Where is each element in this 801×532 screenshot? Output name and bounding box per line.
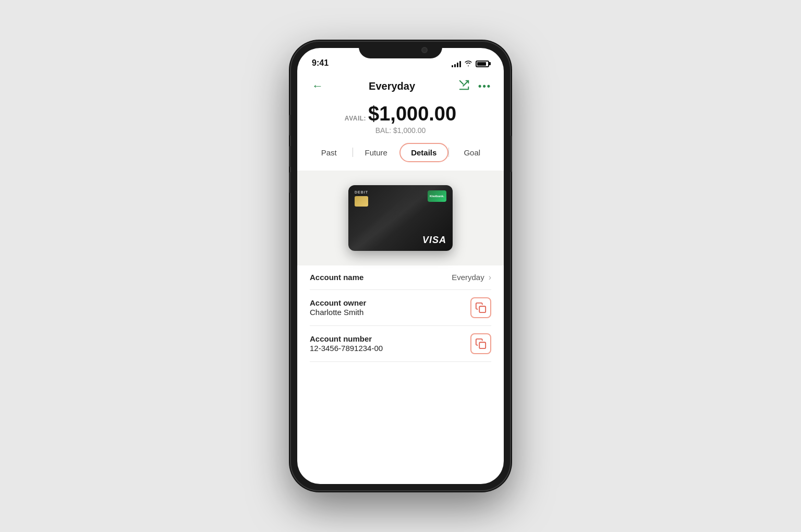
more-options-icon[interactable]: ••• bbox=[478, 81, 491, 92]
detail-left-account-name: Account name bbox=[310, 273, 363, 282]
svg-rect-2 bbox=[479, 306, 486, 312]
phone-wrapper: 9:41 ← bbox=[291, 42, 510, 490]
notch-camera bbox=[421, 47, 428, 53]
tab-details[interactable]: Details bbox=[399, 143, 448, 162]
page-title: Everyday bbox=[369, 80, 415, 92]
tab-past[interactable]: Past bbox=[306, 144, 353, 161]
detail-row-account-name: Account name Everyday › bbox=[310, 265, 491, 290]
chevron-right-icon: › bbox=[489, 273, 491, 282]
tab-goal[interactable]: Goal bbox=[449, 144, 496, 161]
battery-icon bbox=[476, 61, 489, 67]
account-owner-label: Account owner bbox=[310, 298, 366, 307]
copy-number-icon bbox=[475, 338, 487, 349]
app-header: ← Everyday ••• bbox=[297, 71, 504, 99]
status-icons bbox=[452, 59, 489, 68]
header-actions: ••• bbox=[458, 79, 491, 93]
detail-row-account-owner: Account owner Charlotte Smith bbox=[310, 290, 491, 326]
share-icon[interactable] bbox=[458, 79, 470, 93]
copy-owner-button[interactable] bbox=[470, 297, 491, 318]
phone-screen: 9:41 ← bbox=[297, 48, 504, 484]
app-content: ← Everyday ••• bbox=[297, 71, 504, 484]
wifi-icon bbox=[464, 59, 472, 68]
detail-left-account-owner: Account owner Charlotte Smith bbox=[310, 298, 366, 317]
signal-bars-icon bbox=[452, 60, 461, 67]
tabs-row: Past Future Details Goal bbox=[297, 143, 504, 171]
detail-right-account-owner bbox=[470, 297, 491, 318]
detail-row-account-number: Account number 12-3456-7891234-00 bbox=[310, 326, 491, 362]
svg-line-0 bbox=[463, 80, 468, 86]
account-name-value[interactable]: Everyday bbox=[452, 273, 484, 282]
detail-right-account-name: Everyday › bbox=[452, 273, 491, 282]
account-number-value: 12-3456-7891234-00 bbox=[310, 344, 383, 353]
bal-label: BAL: $1,000.00 bbox=[310, 126, 491, 135]
avail-amount: $1,000.00 bbox=[368, 103, 456, 125]
account-number-label: Account number bbox=[310, 334, 383, 343]
svg-line-1 bbox=[460, 80, 463, 83]
detail-left-account-number: Account number 12-3456-7891234-00 bbox=[310, 334, 383, 353]
card-section: DEBIT Kiwibank. VISA bbox=[297, 171, 504, 265]
copy-number-button[interactable] bbox=[470, 333, 491, 354]
balance-section: AVAIL: $1,000.00 BAL: $1,000.00 bbox=[297, 99, 504, 143]
tab-future[interactable]: Future bbox=[353, 144, 400, 161]
copy-icon bbox=[475, 302, 487, 313]
notch bbox=[359, 42, 442, 58]
status-time: 9:41 bbox=[312, 58, 329, 68]
bank-card: DEBIT Kiwibank. VISA bbox=[348, 185, 453, 251]
account-owner-value: Charlotte Smith bbox=[310, 308, 366, 317]
svg-rect-3 bbox=[479, 342, 486, 348]
back-button[interactable]: ← bbox=[310, 77, 325, 95]
details-list: Account name Everyday › Account owner Ch… bbox=[297, 265, 504, 484]
account-name-label: Account name bbox=[310, 273, 363, 282]
detail-right-account-number bbox=[470, 333, 491, 354]
avail-label: AVAIL: bbox=[345, 115, 366, 122]
